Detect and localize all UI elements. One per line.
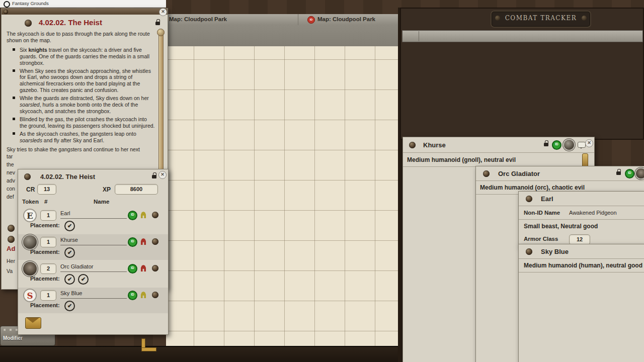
lock-icon[interactable] — [616, 171, 621, 175]
ac-label: Armor Class — [524, 236, 558, 242]
helm-icon-red[interactable] — [140, 265, 147, 272]
id-badge-icon[interactable]: ID — [128, 264, 137, 274]
visibility-header-cell[interactable] — [404, 31, 419, 41]
tracker-title: COMBAT TRACKER — [492, 15, 590, 22]
modifier-label: Modifier — [3, 335, 23, 341]
sheet-radial-button[interactable] — [409, 142, 416, 148]
story-text: Six — [20, 47, 29, 53]
token-thumb-gnoll[interactable] — [564, 140, 574, 150]
sheet-radial-button[interactable] — [526, 196, 532, 202]
sheet-title: Khurse — [423, 141, 446, 149]
bullet-marker-icon — [13, 48, 15, 51]
story-link-sphere[interactable] — [8, 236, 15, 243]
sheet-radial-button[interactable] — [526, 248, 532, 255]
tracker-title-plate[interactable]: COMBAT TRACKER — [491, 11, 591, 28]
map-canvas[interactable] — [166, 46, 403, 347]
npc-name-link[interactable]: Sky Blue — [60, 290, 127, 299]
row-menu-sphere[interactable] — [152, 238, 158, 245]
placement-check-icon[interactable]: ✔ — [64, 301, 75, 311]
envelope-icon[interactable] — [25, 317, 41, 329]
cr-label: CR — [26, 186, 35, 193]
cr-value[interactable]: 13 — [37, 184, 56, 195]
pointer-bracket — [141, 338, 156, 351]
window-menu-sphere[interactable] — [4, 10, 8, 14]
story-bullet: While the guards are distracted, Sky div… — [13, 95, 155, 115]
nonid-value[interactable]: Awakened Pidgeon — [569, 210, 617, 216]
figurine-icon[interactable] — [582, 153, 588, 167]
map-titlebar-right[interactable]: ID Map: Cloudpool Park — [298, 14, 403, 26]
row-menu-sphere[interactable] — [152, 292, 158, 298]
helm-icon-yellow[interactable] — [140, 292, 147, 298]
story-bullet: Six knights travel on the skycoach: a dr… — [13, 47, 155, 66]
placement-label: Placement: — [30, 276, 60, 282]
lock-icon[interactable] — [544, 143, 548, 146]
sheet-body — [519, 272, 644, 362]
id-badge-icon[interactable]: ID — [128, 211, 137, 220]
story-scrollbar[interactable] — [158, 31, 164, 172]
token-gnoll[interactable] — [23, 235, 37, 249]
placement-check-icon[interactable]: ✔ — [64, 274, 75, 285]
token-count[interactable]: 2 — [40, 263, 56, 274]
story-fragment: Va — [7, 266, 15, 276]
sheet-radial-button[interactable] — [483, 170, 490, 177]
story-window-bar[interactable]: ✕ — [2, 9, 168, 15]
placement-check-icon[interactable]: ✔ — [64, 221, 75, 231]
occluded-lines: HerVa — [7, 256, 15, 276]
placement-label: Placement: — [30, 249, 60, 255]
encounter-row: 1KhurseIDPlacement:✔ — [18, 234, 168, 260]
token-letter-E[interactable]: E — [23, 209, 37, 222]
close-icon[interactable]: ✕ — [585, 139, 593, 147]
xp-value[interactable]: 8600 — [115, 184, 158, 195]
scrollbar-knob[interactable] — [157, 29, 165, 36]
sheet-title: Orc Gladiator — [498, 170, 540, 177]
token-count[interactable]: 1 — [40, 237, 56, 247]
token-count[interactable]: 1 — [40, 290, 56, 301]
npc-name-link[interactable]: Orc Gladiator — [60, 263, 127, 272]
token-count[interactable]: 1 — [40, 210, 56, 221]
token-letter-S[interactable]: S — [23, 289, 37, 302]
map-toolbar — [166, 25, 403, 47]
col-name: Name — [94, 199, 109, 205]
helm-icon-red[interactable] — [140, 238, 147, 245]
encounter-window: 4.02.02. The Heist ✕ CR 13 XP 8600 Token… — [18, 169, 169, 335]
placement-check-icon[interactable]: ✔ — [64, 247, 75, 258]
sheet-title: Earl — [541, 195, 553, 203]
placement-check-icon[interactable]: ✔ — [78, 274, 89, 285]
encounter-radial-button[interactable] — [24, 173, 31, 180]
close-icon[interactable]: ✕ — [159, 8, 167, 16]
app-title: Fantasy Grounds — [12, 1, 49, 6]
id-badge-icon[interactable]: ID — [128, 291, 137, 300]
ac-value[interactable]: 12 — [569, 234, 590, 245]
map-titlebar-left[interactable]: Map: Cloudpool Park — [166, 14, 298, 26]
id-badge-icon[interactable]: ID — [625, 169, 634, 178]
story-link-sphere[interactable] — [8, 225, 15, 232]
token-orc[interactable] — [23, 262, 37, 276]
id-badge-icon[interactable]: ID — [552, 140, 561, 150]
story-text: When Sky sees the skycoach approaching, … — [20, 68, 151, 94]
nonid-label: Non-ID Name — [524, 210, 560, 216]
encounter-row: S1Sky BlueIDPlacement:✔ — [18, 288, 168, 313]
lock-icon[interactable] — [152, 175, 156, 178]
row-menu-sphere[interactable] — [152, 265, 158, 272]
npc-name-link[interactable]: Earl — [60, 210, 127, 219]
chat-bubble-icon[interactable] — [578, 142, 586, 148]
close-icon[interactable]: ✕ — [158, 171, 167, 179]
lock-icon[interactable] — [155, 22, 160, 25]
occluded-heading: Ad — [7, 245, 15, 252]
helm-icon-yellow[interactable] — [140, 212, 147, 218]
npc-name-link[interactable]: Khurse — [60, 237, 127, 245]
tracker-header — [402, 30, 643, 42]
story-text: soarsleds — [20, 137, 42, 143]
id-icon: ID — [307, 16, 315, 24]
bullet-marker-icon — [13, 97, 15, 99]
map-title: Map: Cloudpool Park — [169, 16, 227, 22]
row-menu-sphere[interactable] — [152, 212, 158, 218]
story-radial-button[interactable] — [25, 20, 32, 27]
placement-label: Placement: — [30, 302, 60, 308]
token-thumb-orc[interactable] — [636, 168, 644, 178]
id-badge-icon[interactable]: ID — [128, 237, 137, 247]
sheet-subtitle: Small beast, Neutral good — [524, 223, 598, 230]
encounter-row: 2Orc GladiatorIDPlacement:✔✔ — [18, 261, 168, 287]
os-titlebar: Fantasy Grounds — [0, 0, 166, 8]
bullet-marker-icon — [13, 69, 15, 72]
